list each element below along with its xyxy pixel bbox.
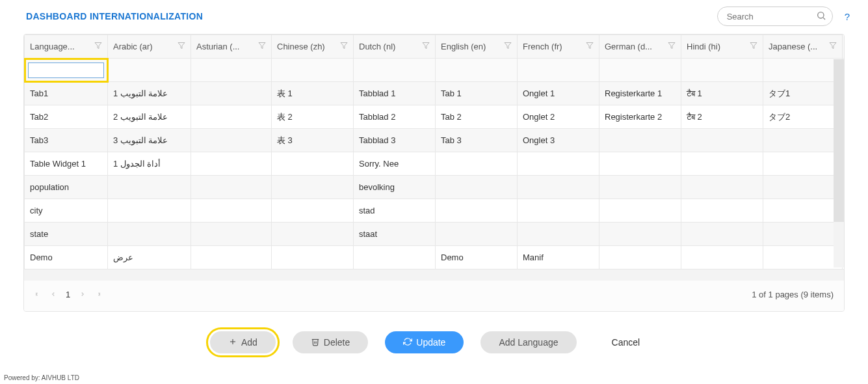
cell-de[interactable]: [599, 223, 681, 246]
cancel-button[interactable]: Cancel: [594, 331, 659, 353]
cell-nl[interactable]: bevolking: [354, 176, 436, 199]
cell-lang[interactable]: population: [25, 176, 108, 199]
cell-ar[interactable]: علامة التبويب 1: [108, 82, 191, 105]
filter-cell-fr[interactable]: [518, 59, 599, 82]
cell-lang[interactable]: Tab1: [25, 82, 108, 105]
cell-de[interactable]: Registerkarte 1: [599, 82, 681, 105]
cell-en[interactable]: Tab 1: [436, 82, 518, 105]
table-row[interactable]: Tab3علامة التبويب 3表 3Tabblad 3Tab 3Ongl…: [25, 129, 845, 152]
cell-hi[interactable]: [681, 199, 763, 223]
cell-hi[interactable]: [681, 129, 763, 152]
column-header-nl[interactable]: Dutch (nl): [354, 35, 436, 59]
filter-input[interactable]: [194, 62, 268, 78]
filter-cell-nl[interactable]: [354, 59, 436, 82]
cell-zh[interactable]: [272, 176, 354, 199]
cell-de[interactable]: [599, 246, 681, 269]
filter-icon[interactable]: [750, 42, 757, 51]
cell-fr[interactable]: Onglet 1: [518, 82, 599, 105]
cell-zh[interactable]: 表 3: [272, 129, 354, 152]
filter-cell-ja[interactable]: [763, 59, 843, 82]
column-header-ast[interactable]: Asturian (...: [191, 35, 272, 59]
cell-ast[interactable]: [191, 152, 272, 176]
cell-ar[interactable]: [108, 223, 191, 246]
horizontal-scrollbar[interactable]: [24, 269, 844, 281]
filter-cell-de[interactable]: [599, 59, 681, 82]
cell-lang[interactable]: Demo: [25, 246, 108, 269]
cell-hi[interactable]: [681, 176, 763, 199]
cell-hi[interactable]: [681, 152, 763, 176]
filter-cell-hi[interactable]: [681, 59, 763, 82]
cell-ar[interactable]: علامة التبويب 2: [108, 105, 191, 129]
filter-input[interactable]: [28, 62, 104, 78]
column-header-de[interactable]: German (d...: [599, 35, 681, 59]
filter-cell-ar[interactable]: [108, 59, 191, 82]
cell-ast[interactable]: [191, 129, 272, 152]
add-language-button[interactable]: Add Language: [480, 331, 576, 353]
cell-zh[interactable]: [272, 199, 354, 223]
cell-fr[interactable]: [518, 223, 599, 246]
filter-input[interactable]: [603, 62, 677, 78]
filter-icon[interactable]: [668, 42, 676, 51]
filter-cell-zh[interactable]: [272, 59, 354, 82]
filter-icon[interactable]: [504, 42, 512, 51]
cell-de[interactable]: Registerkarte 2: [599, 105, 681, 129]
cell-hi[interactable]: टैब 1: [681, 82, 763, 105]
cell-zh[interactable]: [272, 246, 354, 269]
filter-input[interactable]: [521, 62, 596, 78]
vertical-scrollbar[interactable]: [834, 59, 844, 267]
update-button[interactable]: Update: [385, 331, 464, 353]
filter-input[interactable]: [111, 62, 187, 78]
cell-lang[interactable]: city: [25, 199, 108, 223]
filter-icon[interactable]: [94, 42, 102, 51]
column-header-ja[interactable]: Japanese (...: [763, 35, 843, 59]
cell-en[interactable]: Tab 3: [436, 129, 518, 152]
filter-icon[interactable]: [178, 42, 185, 51]
cell-en[interactable]: Demo: [436, 246, 518, 269]
help-icon[interactable]: ?: [845, 11, 850, 22]
filter-icon[interactable]: [829, 42, 837, 51]
cell-en[interactable]: [436, 199, 518, 223]
cell-ja[interactable]: [763, 129, 843, 152]
cell-ast[interactable]: [191, 199, 272, 223]
cell-nl[interactable]: Tabblad 3: [354, 129, 436, 152]
cell-lang[interactable]: Tab3: [25, 129, 108, 152]
cell-en[interactable]: [436, 176, 518, 199]
filter-input[interactable]: [275, 62, 350, 78]
cell-en[interactable]: [436, 223, 518, 246]
cell-nl[interactable]: Tabblad 2: [354, 105, 436, 129]
table-row[interactable]: statestaat: [25, 223, 845, 246]
table-row[interactable]: Tab1علامة التبويب 1表 1Tabblad 1Tab 1Ongl…: [25, 82, 845, 105]
column-header-zh[interactable]: Chinese (zh): [272, 35, 354, 59]
cell-fr[interactable]: Onglet 3: [518, 129, 599, 152]
table-row[interactable]: Table Widget 1أداة الجدول 1Sorry. Nee: [25, 152, 845, 176]
column-header-en[interactable]: English (en): [436, 35, 518, 59]
cell-zh[interactable]: [272, 152, 354, 176]
cell-fr[interactable]: Onglet 2: [518, 105, 599, 129]
cell-nl[interactable]: stad: [354, 199, 436, 223]
cell-fr[interactable]: [518, 199, 599, 223]
cell-lang[interactable]: state: [25, 223, 108, 246]
cell-ar[interactable]: علامة التبويب 3: [108, 129, 191, 152]
cell-de[interactable]: [599, 199, 681, 223]
search-icon[interactable]: [816, 10, 826, 23]
cell-ast[interactable]: [191, 246, 272, 269]
cell-ast[interactable]: [191, 176, 272, 199]
filter-cell-ast[interactable]: [191, 59, 272, 82]
cell-zh[interactable]: 表 2: [272, 105, 354, 129]
column-header-fr[interactable]: French (fr): [518, 35, 599, 59]
filter-input[interactable]: [357, 62, 432, 78]
cell-fr[interactable]: [518, 176, 599, 199]
column-header-lang[interactable]: Language...: [25, 35, 108, 59]
cell-ar[interactable]: أداة الجدول 1: [108, 152, 191, 176]
cell-ja[interactable]: [763, 246, 843, 269]
table-row[interactable]: citystad: [25, 199, 845, 223]
cell-ja[interactable]: タブ2: [763, 105, 843, 129]
cell-ast[interactable]: [191, 105, 272, 129]
cell-lang[interactable]: Tab2: [25, 105, 108, 129]
filter-icon[interactable]: [422, 42, 430, 51]
add-button[interactable]: Add: [210, 331, 276, 353]
filter-cell-en[interactable]: [436, 59, 518, 82]
cell-ja[interactable]: タブ1: [763, 82, 843, 105]
table-row[interactable]: Tab2علامة التبويب 2表 2Tabblad 2Tab 2Ongl…: [25, 105, 845, 129]
pager-last-icon[interactable]: [95, 290, 101, 299]
